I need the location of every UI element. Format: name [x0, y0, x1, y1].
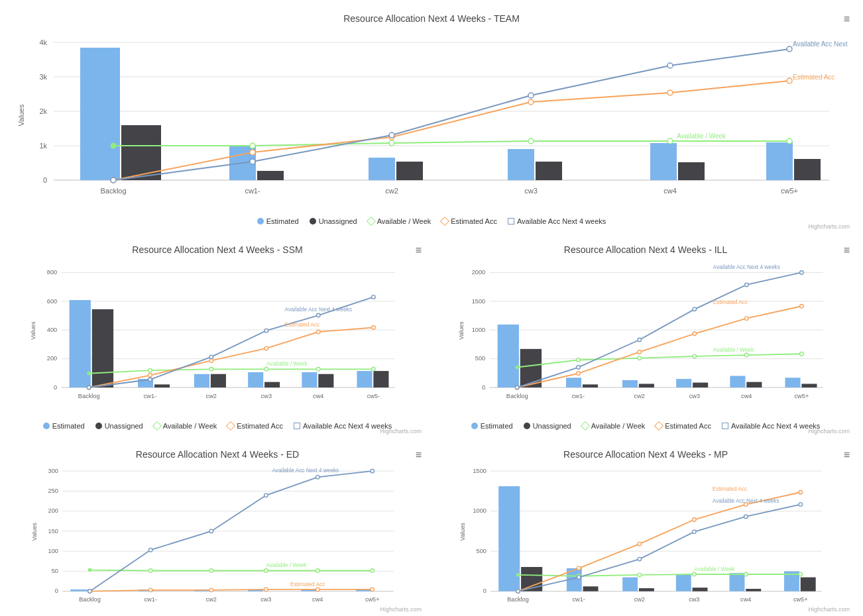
svg-point-169	[88, 568, 92, 572]
legend-unassigned: Unassigned	[310, 217, 357, 225]
svg-text:0: 0	[43, 176, 47, 184]
legend-estimated-label: Estimated	[266, 217, 299, 225]
highcharts-credit-ill: Highcharts.com	[808, 428, 850, 435]
svg-point-78	[264, 346, 268, 350]
svg-point-82	[148, 378, 152, 382]
svg-text:800: 800	[47, 269, 57, 276]
svg-text:cw5+: cw5+	[794, 393, 809, 399]
svg-rect-208	[622, 578, 638, 591]
svg-text:1000: 1000	[472, 327, 486, 333]
svg-text:Backlog: Backlog	[507, 596, 529, 603]
svg-point-134	[638, 338, 642, 342]
svg-text:cw4: cw4	[313, 393, 323, 399]
chart-ssm-svg: 800 600 400 200 0 Values Backlog cw1- cw…	[13, 260, 422, 419]
svg-rect-109	[566, 378, 581, 387]
svg-rect-108	[498, 325, 519, 387]
svg-text:Estimated Acc: Estimated Acc	[285, 321, 320, 328]
svg-text:cw2: cw2	[634, 393, 645, 399]
svg-text:cw3: cw3	[524, 187, 538, 195]
chart-mp-title: Resource Allocation Next 4 Weeks - MP	[441, 449, 850, 460]
svg-point-83	[209, 355, 213, 359]
svg-point-71	[209, 368, 213, 372]
svg-rect-115	[583, 384, 598, 387]
svg-point-72	[264, 368, 268, 372]
svg-point-170	[148, 569, 152, 573]
chart-team-menu[interactable]: ≡	[844, 13, 850, 25]
svg-point-21	[528, 138, 534, 144]
svg-text:200: 200	[47, 355, 57, 362]
svg-rect-66	[264, 382, 280, 387]
svg-rect-59	[194, 374, 209, 387]
svg-point-221	[693, 572, 697, 576]
svg-text:250: 250	[48, 488, 58, 494]
svg-text:Available Acc Next 4 weeks: Available Acc Next 4 weeks	[713, 264, 780, 270]
svg-point-123	[693, 354, 697, 358]
chart-mp-menu[interactable]: ≡	[844, 449, 850, 461]
dashboard: Resource Allocation Next 4 Weeks - TEAM …	[0, 0, 863, 616]
svg-rect-118	[746, 382, 762, 387]
bar-estimated-backlog	[80, 48, 120, 180]
svg-point-127	[577, 372, 581, 376]
svg-text:500: 500	[477, 548, 487, 554]
svg-point-125	[800, 352, 804, 356]
svg-point-182	[148, 548, 152, 552]
svg-rect-64	[154, 384, 170, 387]
chart-ed-title: Resource Allocation Next 4 Weeks - ED	[13, 449, 422, 460]
svg-text:Values: Values	[31, 523, 38, 541]
svg-point-25	[250, 150, 255, 155]
svg-text:0: 0	[55, 588, 58, 594]
svg-point-22	[667, 138, 673, 144]
svg-point-79	[317, 330, 321, 334]
svg-text:200: 200	[48, 507, 58, 514]
svg-text:Available Acc Next 4 weeks: Available Acc Next 4 weeks	[272, 468, 339, 474]
svg-text:0: 0	[54, 384, 57, 391]
svg-text:cw5+: cw5+	[793, 596, 808, 603]
svg-text:cw4: cw4	[312, 596, 323, 603]
svg-rect-60	[248, 372, 263, 387]
svg-text:Available Acc Next 4 weeks: Available Acc Next 4 weeks	[285, 306, 352, 313]
charts-row-2: Resource Allocation Next 4 Weeks - SSM ≡…	[7, 238, 856, 436]
svg-text:Estimated Acc: Estimated Acc	[713, 299, 748, 305]
chart-ill-legend: Estimated Unassigned Available / Week Es…	[441, 422, 850, 430]
svg-point-226	[638, 542, 642, 546]
svg-point-73	[317, 368, 321, 372]
svg-text:cw4: cw4	[663, 187, 677, 195]
svg-point-234	[744, 515, 748, 519]
highcharts-credit-ssm: Highcharts.com	[380, 428, 422, 435]
svg-text:Backlog: Backlog	[506, 393, 528, 399]
svg-text:cw2: cw2	[634, 596, 645, 603]
svg-rect-217	[801, 578, 816, 591]
svg-rect-65	[211, 374, 226, 387]
svg-point-218	[516, 573, 520, 577]
svg-point-19	[250, 143, 255, 148]
svg-text:Backlog: Backlog	[100, 187, 126, 195]
chart-mp: Resource Allocation Next 4 Weeks - MP ≡ …	[435, 442, 856, 614]
svg-point-32	[389, 132, 394, 138]
legend-estimated-icon	[257, 218, 264, 225]
svg-text:cw3: cw3	[689, 596, 699, 603]
legend-available-acc-label: Available Acc Next 4 weeks	[517, 217, 606, 225]
svg-text:300: 300	[48, 468, 58, 474]
svg-point-34	[667, 63, 673, 68]
chart-ill: Resource Allocation Next 4 Weeks - ILL ≡…	[435, 238, 856, 436]
svg-text:cw3: cw3	[689, 393, 700, 399]
svg-point-128	[638, 350, 642, 354]
svg-point-85	[317, 313, 321, 317]
chart-ssm-menu[interactable]: ≡	[416, 244, 422, 256]
svg-text:100: 100	[48, 548, 58, 554]
svg-point-179	[316, 588, 320, 591]
legend-available-week-label: Available / Week	[377, 217, 432, 225]
svg-rect-68	[373, 371, 388, 387]
svg-point-184	[264, 493, 268, 497]
chart-ed-menu[interactable]: ≡	[416, 449, 422, 461]
svg-text:Estimated Acc: Estimated Acc	[713, 486, 747, 492]
svg-point-86	[372, 295, 376, 299]
highcharts-credit-ed: Highcharts.com	[380, 606, 422, 613]
chart-ill-menu[interactable]: ≡	[844, 244, 850, 256]
svg-text:Estimated Acc: Estimated Acc	[793, 74, 834, 81]
svg-point-70	[148, 368, 152, 372]
bar-unassigned-cw1	[257, 171, 284, 180]
svg-text:cw5+: cw5+	[781, 187, 798, 195]
bar-estimated-cw3	[508, 149, 534, 180]
svg-point-27	[528, 99, 534, 105]
